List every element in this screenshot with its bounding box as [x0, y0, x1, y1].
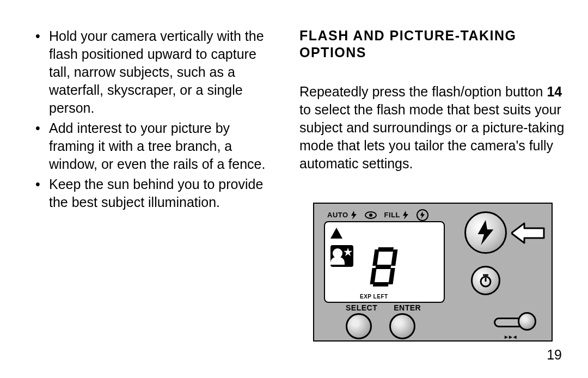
select-label: SELECT: [346, 303, 377, 312]
tip-item: Add interest to your picture by framing …: [33, 119, 278, 173]
flash-mode-row: AUTO FILL: [327, 209, 554, 221]
svg-marker-8: [511, 223, 544, 243]
tip-item: Keep the sun behind you to provide the b…: [33, 175, 278, 211]
exp-left-label: EXP LEFT: [360, 294, 388, 300]
button-labels-row: SELECT ENTER: [346, 303, 421, 312]
section-paragraph: Repeatedly press the flash/option button…: [299, 83, 566, 173]
enter-label: ENTER: [394, 303, 421, 312]
mode-fill: FILL: [384, 211, 409, 220]
mode-fill-label: FILL: [384, 211, 400, 219]
camera-back-panel: AUTO FILL: [313, 203, 553, 342]
svg-marker-0: [351, 211, 357, 220]
page-number: 19: [547, 347, 562, 363]
self-timer-button[interactable]: [471, 266, 500, 295]
rewind-icon: ▸▸◂: [505, 333, 518, 340]
svg-marker-1: [403, 211, 408, 220]
mode-auto-label: AUTO: [327, 211, 348, 219]
power-rewind-switch[interactable]: ▸▸◂: [494, 312, 540, 334]
button-reference: 14: [547, 84, 562, 99]
redeye-icon: [365, 211, 377, 219]
lcd-screen: ★ EXP LEFT: [324, 221, 445, 303]
tip-item: Hold your camera vertically with the fla…: [33, 27, 278, 117]
paragraph-text: Repeatedly press the flash/option button: [299, 84, 547, 99]
tips-list: Hold your camera vertically with the fla…: [33, 27, 278, 214]
enter-button[interactable]: [389, 313, 415, 339]
up-triangle-icon: [328, 227, 345, 243]
flash-option-button[interactable]: [464, 211, 507, 254]
callout-arrow-icon: [511, 221, 545, 245]
svg-marker-3: [330, 228, 342, 239]
bolt-icon: [351, 211, 357, 220]
flash-off-icon: [416, 209, 428, 221]
svg-marker-2: [420, 211, 425, 218]
mode-auto: AUTO: [327, 211, 357, 220]
section-heading: FLASH AND PICTURE-TAKING OPTIONS: [299, 27, 566, 62]
star-icon: ★: [344, 246, 352, 258]
svg-marker-4: [478, 220, 494, 245]
bolt-icon: [402, 211, 409, 220]
select-button[interactable]: [346, 313, 372, 339]
camera-panel-diagram: AUTO FILL: [299, 203, 566, 342]
switch-knob: [518, 312, 536, 331]
paragraph-text: to select the flash mode that best suits…: [299, 102, 564, 171]
